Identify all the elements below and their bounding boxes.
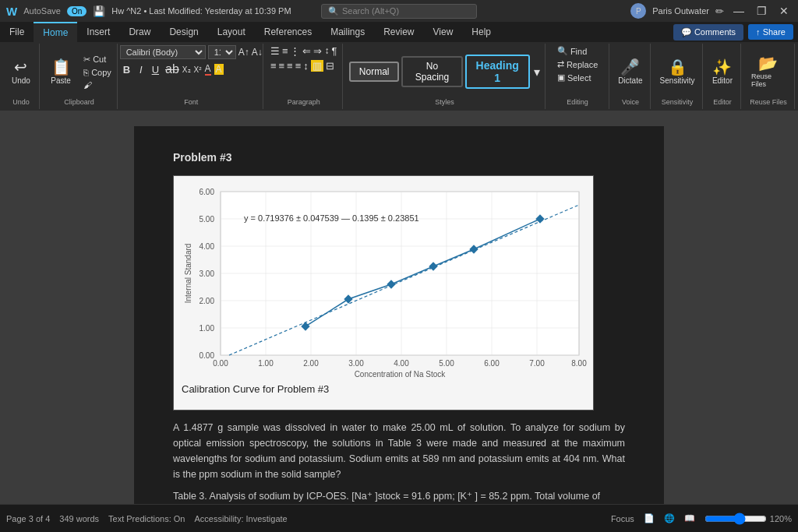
tab-insert[interactable]: Insert [77,22,119,42]
align-left-btn[interactable]: ≡ [270,60,277,72]
status-bar-left: Page 3 of 4 349 words Text Predictions: … [6,514,288,523]
tab-mailings[interactable]: Mailings [321,22,374,42]
word-icon: W [6,5,17,18]
font-group-content: Calibri (Body) 11 A↑ A↓ B I U ab X₂ X² A… [120,45,263,98]
zoom-bar[interactable]: 120% [704,513,792,525]
align-center-btn[interactable]: ≡ [278,60,284,72]
reuse-files-btn[interactable]: 📂 Reuse Files [747,53,789,90]
autosave-toggle[interactable]: On [67,6,87,16]
search-placeholder: Search (Alt+Q) [342,6,399,16]
font-group: Calibri (Body) 11 A↑ A↓ B I U ab X₂ X² A… [119,44,263,109]
text-predictions-status: Text Predictions: On [108,514,185,523]
font-size-select[interactable]: 11 [208,45,236,59]
highlight-btn[interactable]: A [214,64,224,75]
editor-btn[interactable]: ✨ Editor [708,57,736,87]
tab-home[interactable]: Home [34,22,77,42]
problem-paragraph: A 1.4877 g sample was dissolved in water… [173,420,625,482]
search-icon: 🔍 [328,6,339,16]
underline-btn[interactable]: U [149,63,162,76]
tab-file[interactable]: File [0,22,34,42]
comments-button[interactable]: 💬 Comments [673,24,743,41]
show-marks-btn[interactable]: ¶ [331,45,337,57]
borders-btn[interactable]: ⊟ [326,60,334,72]
decrease-indent-btn[interactable]: ⇐ [302,45,311,57]
bullets-btn[interactable]: ☰ [270,45,280,57]
undo-btn[interactable]: ↩ Undo [7,57,35,87]
tab-help[interactable]: Help [462,22,500,42]
view-read-icon[interactable]: 📖 [684,513,695,523]
page-count: Page 3 of 4 [6,514,50,523]
paragraph-group: ☰ ≡ ⋮ ⇐ ⇒ ↕ ¶ ≡ ≡ ≡ ≡ ↕ ▥ ⊟ Paragraph [265,44,343,109]
editor-label: Editor [712,76,733,85]
line-spacing-btn[interactable]: ↕ [303,60,309,72]
cut-label: Cut [93,55,106,64]
style-heading1-btn[interactable]: Heading 1 [465,55,530,89]
view-web-icon[interactable]: 🌐 [664,513,675,523]
svg-text:3.00: 3.00 [348,359,364,368]
cut-btn[interactable]: ✂Cut [80,54,115,65]
tab-layout[interactable]: Layout [208,22,255,42]
voice-group: 🎤 Dictate Voice [611,44,651,109]
focus-btn[interactable]: Focus [611,514,634,523]
reuse-files-group-label: Reuse Files [750,98,787,107]
sensitivity-btn[interactable]: 🔒 Sensitivity [656,57,699,87]
shading-btn[interactable]: ▥ [311,60,323,72]
sort-btn[interactable]: ↕ [324,45,329,57]
close-btn[interactable]: ✕ [776,5,792,17]
editor-icon: ✨ [712,59,732,75]
find-btn[interactable]: 🔍Find [554,45,590,57]
problem-title: Problem #3 [173,150,625,166]
numbering-btn[interactable]: ≡ [282,45,288,57]
subscript-btn[interactable]: X₂ [182,65,191,74]
edit-icon[interactable]: ✏ [715,5,724,17]
paragraph-group-content: ☰ ≡ ⋮ ⇐ ⇒ ↕ ¶ ≡ ≡ ≡ ≡ ↕ ▥ ⊟ [270,45,337,98]
multilevel-btn[interactable]: ⋮ [290,45,300,57]
superscript-btn[interactable]: X² [194,65,202,74]
undo-group: ↩ Undo Undo [3,44,40,109]
view-print-icon[interactable]: 📄 [644,513,655,523]
select-btn[interactable]: ▣Select [554,72,595,83]
font-family-select[interactable]: Calibri (Body) [120,45,206,59]
paste-btn[interactable]: 📋 Paste [44,57,78,87]
zoom-slider[interactable] [704,513,767,525]
accessibility-status[interactable]: Accessibility: Investigate [194,514,287,523]
style-normal-btn[interactable]: Normal [349,62,399,82]
voice-group-label: Voice [622,98,639,107]
italic-btn[interactable]: I [136,63,146,76]
font-color-btn[interactable]: A [205,63,211,76]
user-avatar: P [630,3,646,19]
copy-btn[interactable]: ⎘Copy [80,67,115,78]
tab-review[interactable]: Review [374,22,423,42]
svg-text:5.00: 5.00 [200,215,215,224]
font-shrink-icon[interactable]: A↓ [252,47,263,58]
copy-label: Copy [91,68,111,77]
restore-btn[interactable]: ❐ [754,5,770,17]
tab-design[interactable]: Design [160,22,207,42]
font-group-label: Font [184,98,198,107]
undo-group-label: Undo [12,98,30,107]
increase-indent-btn[interactable]: ⇒ [313,45,322,57]
cut-icon: ✂ [83,55,90,65]
dictate-btn[interactable]: 🎤 Dictate [614,57,646,87]
zoom-level: 120% [770,514,792,523]
editor-group-content: ✨ Editor [708,45,736,98]
replace-btn[interactable]: ⇄Replace [554,58,601,70]
font-grow-icon[interactable]: A↑ [238,47,249,58]
sensitivity-group-content: 🔒 Sensitivity [656,45,699,98]
bold-btn[interactable]: B [120,63,133,76]
editing-group-label: Editing [567,98,588,107]
clipboard-group: 📋 Paste ✂Cut ⎘Copy 🖌 Clipboard [41,44,118,109]
strikethrough-btn[interactable]: ab [165,62,179,76]
tab-references[interactable]: References [255,22,321,42]
share-button[interactable]: ↑ Share [748,24,793,40]
styles-dropdown-icon[interactable]: ▾ [534,65,540,79]
align-justify-btn[interactable]: ≡ [295,60,302,72]
format-painter-btn[interactable]: 🖌 [80,79,115,90]
align-right-btn[interactable]: ≡ [287,60,293,72]
style-nospacing-btn[interactable]: No Spacing [401,56,463,87]
search-box[interactable]: 🔍 Search (Alt+Q) [321,4,477,19]
tab-draw[interactable]: Draw [119,22,160,42]
minimize-btn[interactable]: — [730,5,747,17]
tab-view[interactable]: View [424,22,463,42]
calibration-chart: 6.00 5.00 4.00 3.00 2.00 1.00 0.00 0.00 … [182,184,587,379]
